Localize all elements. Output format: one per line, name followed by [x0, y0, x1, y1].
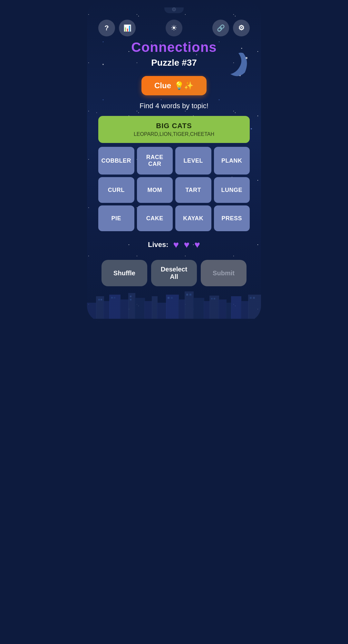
bottom-buttons: Shuffle Deselect All Submit	[98, 260, 250, 286]
svg-rect-36	[114, 297, 115, 298]
svg-rect-16	[120, 299, 129, 322]
svg-rect-38	[130, 299, 131, 300]
word-cell-cake[interactable]: CAKE	[137, 205, 173, 231]
phone-frame: ? 📊 ☀ 🔗 ⚙ Connections Puzzle #37 Clue 💡✨…	[87, 0, 261, 322]
share-icon: 🔗	[217, 24, 225, 32]
notch	[164, 7, 184, 13]
svg-rect-45	[250, 297, 252, 299]
game-title: Connections	[98, 40, 250, 55]
svg-rect-40	[171, 297, 173, 299]
puzzle-number: Puzzle #37	[98, 58, 250, 68]
svg-rect-43	[211, 298, 213, 299]
svg-rect-33	[98, 299, 100, 300]
word-cell-lunge[interactable]: LUNGE	[214, 177, 250, 203]
word-cell-pie[interactable]: PIE	[98, 205, 134, 231]
solved-category: BIG CATS LEOPARD,LION,TIGER,CHEETAH	[98, 116, 250, 143]
solved-category-words: LEOPARD,LION,TIGER,CHEETAH	[105, 131, 243, 137]
svg-rect-34	[101, 299, 102, 300]
svg-rect-44	[214, 298, 215, 299]
help-button[interactable]: ?	[98, 20, 115, 36]
word-cell-curl[interactable]: CURL	[98, 177, 134, 203]
deselect-button[interactable]: Deselect All	[151, 260, 197, 286]
svg-rect-39	[168, 297, 169, 299]
svg-rect-18	[135, 298, 145, 322]
svg-rect-23	[178, 299, 185, 322]
camera	[172, 7, 176, 11]
svg-rect-17	[128, 293, 135, 322]
stats-icon: 📊	[123, 24, 131, 32]
svg-rect-47	[87, 319, 261, 322]
svg-rect-28	[218, 299, 227, 322]
svg-rect-13	[96, 296, 104, 322]
lives-section: Lives: ♥ ♥ ♥	[98, 239, 250, 250]
top-bar: ? 📊 ☀ 🔗 ⚙	[93, 16, 255, 40]
svg-rect-27	[209, 296, 219, 322]
svg-rect-35	[111, 297, 113, 298]
brightness-button[interactable]: ☀	[166, 20, 182, 36]
svg-rect-15	[109, 295, 121, 322]
share-button[interactable]: 🔗	[212, 20, 229, 36]
word-cell-tart[interactable]: TART	[175, 177, 211, 203]
word-cell-race-car[interactable]: RACE CAR	[137, 147, 173, 175]
help-icon: ?	[104, 24, 109, 32]
settings-icon: ⚙	[238, 24, 245, 32]
find-words-text: Find 4 words by topic!	[98, 102, 250, 110]
svg-rect-46	[253, 297, 255, 299]
city-silhouette	[87, 283, 261, 322]
word-cell-kayak[interactable]: KAYAK	[175, 205, 211, 231]
word-grid: COBBLER RACE CAR LEVEL PLANK CURL MOM TA…	[98, 147, 250, 231]
word-cell-mom[interactable]: MOM	[137, 177, 173, 203]
stats-button[interactable]: 📊	[119, 20, 136, 36]
svg-rect-42	[189, 294, 191, 296]
heart-2: ♥	[184, 239, 189, 250]
heart-1: ♥	[173, 239, 179, 250]
heart-3: ♥	[194, 239, 200, 250]
word-cell-plank[interactable]: PLANK	[214, 147, 250, 175]
settings-button[interactable]: ⚙	[233, 20, 250, 36]
word-cell-cobbler[interactable]: COBBLER	[98, 147, 134, 175]
svg-rect-25	[193, 298, 204, 322]
word-cell-press[interactable]: PRESS	[214, 205, 250, 231]
solved-category-name: BIG CATS	[105, 122, 243, 130]
lives-label: Lives:	[148, 241, 169, 249]
clue-button[interactable]: Clue 💡✨	[141, 76, 207, 95]
clue-icon: 💡✨	[174, 81, 194, 90]
word-cell-level[interactable]: LEVEL	[175, 147, 211, 175]
svg-rect-24	[185, 291, 194, 322]
shuffle-button[interactable]: Shuffle	[102, 260, 147, 286]
svg-rect-37	[130, 296, 131, 297]
svg-rect-20	[152, 296, 158, 322]
top-bar-left: ? 📊	[98, 20, 136, 36]
clue-label: Clue	[154, 81, 171, 90]
svg-rect-30	[231, 296, 241, 322]
svg-rect-41	[186, 294, 188, 296]
brightness-icon: ☀	[170, 24, 178, 33]
top-bar-right: 🔗 ⚙	[212, 20, 250, 36]
main-content: Connections Puzzle #37 Clue 💡✨ Find 4 wo…	[93, 40, 255, 286]
submit-button: Submit	[201, 260, 247, 286]
